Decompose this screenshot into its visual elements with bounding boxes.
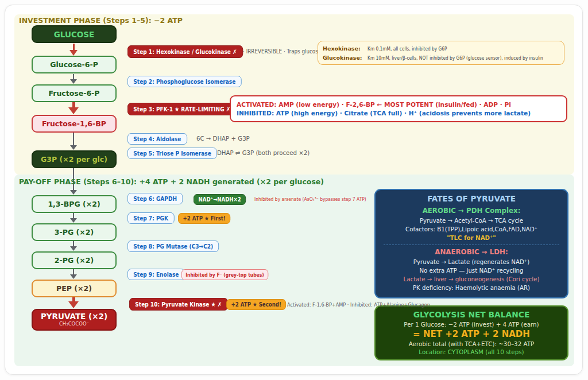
step-6-nad-badge: NAD⁺→NADH×2 bbox=[194, 194, 246, 205]
step-4-chip: Step 4: Aldolase bbox=[127, 133, 187, 145]
step-9-inhibitor-chip: Inhibited by F⁻ (grey-top tubes) bbox=[181, 269, 268, 280]
node-13-bpg: 1,3-BPG (×2) bbox=[32, 195, 117, 213]
investment-phase-title: INVESTMENT PHASE (Steps 1–5): −2 ATP bbox=[19, 16, 183, 25]
step-5-chip: Step 5: Triose P Isomerase bbox=[127, 148, 217, 159]
anaerobic-line: No extra ATP — just NAD⁺ recycling bbox=[376, 267, 567, 274]
arrow-2pg-to-pep bbox=[68, 269, 79, 279]
net-balance-per-glucose: Per 1 Glucose: −2 ATP (invest) + 4 ATP (… bbox=[376, 321, 567, 328]
fates-divider bbox=[384, 245, 559, 245]
tlc-mnemonic: "TLC for NAD⁺" bbox=[376, 235, 567, 241]
step-10-atp-badge: +2 ATP ★ Second! bbox=[226, 299, 286, 310]
arrow-f6p-to-f16bp bbox=[68, 102, 79, 114]
step-6-chip: Step 6: GAPDH bbox=[127, 193, 183, 204]
step-7-chip: Step 7: PGK bbox=[127, 212, 174, 224]
node-fructose-16-bp: Fructose-1,6-BP bbox=[32, 115, 117, 133]
step-10-note: Activated: F-1,6-BP+AMP · Inhibited: ATP… bbox=[287, 301, 430, 308]
fates-title: FATES OF PYRUVATE bbox=[376, 194, 567, 203]
step-7-atp-badge: +2 ATP ★ First! bbox=[178, 213, 230, 224]
step-10-chip: Step 10: Pyruvate Kinase ★ ✗ bbox=[129, 298, 228, 311]
step-2-chip: Step 2: Phosphoglucose Isomerase bbox=[127, 76, 242, 87]
step-5-note: DHAP ⇌ G3P (both proceed ×2) bbox=[217, 150, 310, 156]
arrow-pep-to-pyruvate bbox=[68, 297, 79, 308]
node-fructose-6-p: Fructose-6-P bbox=[32, 84, 117, 102]
kinase-info-panel: Hexokinase: Km 0.1mM, all cells, inhibit… bbox=[318, 41, 564, 65]
payoff-phase-title: PAY-OFF PHASE (Steps 6–10): +4 ATP + 2 N… bbox=[19, 177, 324, 186]
arrow-g6p-to-f6p bbox=[68, 74, 79, 84]
fates-of-pyruvate-panel: FATES OF PYRUVATE AEROBIC → PDH Complex:… bbox=[374, 189, 568, 298]
arrow-3pg-to-2pg bbox=[68, 241, 79, 251]
aerobic-heading: AEROBIC → PDH Complex: bbox=[376, 207, 567, 215]
hexokinase-label: Hexokinase: bbox=[323, 45, 368, 52]
node-pyruvate-formula: CH₃COCOO⁻ bbox=[59, 321, 89, 327]
pfk-activated-line: ACTIVATED: AMP (low energy) · F-2,6-BP ←… bbox=[237, 101, 560, 108]
arrow-glucose-to-g6p bbox=[68, 44, 79, 56]
aerobic-line: Cofactors: B1(TPP),Lipoic acid,CoA,FAD,N… bbox=[376, 226, 567, 232]
node-2-pg: 2-PG (×2) bbox=[32, 251, 117, 269]
glucokinase-detail: Km 10mM, liver/β-cells, NOT inhibited by… bbox=[368, 55, 543, 61]
pfk-inhibited-line: INHIBITED: ATP (high energy) · Citrate (… bbox=[237, 110, 560, 117]
node-pep: PEP (×2) bbox=[32, 280, 117, 297]
node-pyruvate: PYRUVATE (×2) CH₃COCOO⁻ bbox=[32, 309, 117, 331]
pk-deficiency-line: PK deficiency: Haemolytic anaemia (AR) bbox=[376, 285, 567, 291]
node-3-pg: 3-PG (×2) bbox=[32, 223, 117, 241]
hexokinase-detail: Km 0.1mM, all cells, inhibited by G6P bbox=[368, 45, 543, 52]
aerobic-line: Pyruvate → Acetyl-CoA → TCA cycle bbox=[376, 218, 567, 224]
step-3-chip: Step 3: PFK-1 ★ RATE-LIMITING ✗ bbox=[127, 103, 237, 115]
anaerobic-line: Pyruvate → Lactate (regenerates NAD⁺) bbox=[376, 259, 567, 265]
net-balance-aerobic-total: Aerobic total (with TCA+ETC): ~30–32 ATP bbox=[376, 340, 567, 347]
anaerobic-heading: ANAEROBIC → LDH: bbox=[376, 248, 567, 256]
step-6-note: Inhibited by arsenate (AsO₄³⁻ bypasses s… bbox=[254, 196, 366, 202]
arrow-13bpg-to-3pg bbox=[68, 213, 79, 223]
node-g3p: G3P (×2 per glc) bbox=[32, 150, 117, 168]
step-1-chip: Step 1: Hexokinase / Glucokinase ✗ bbox=[127, 45, 243, 58]
step-8-chip: Step 8: PG Mutase (C3→C2) bbox=[127, 241, 219, 252]
net-balance-location: Location: CYTOPLASM (all 10 steps) bbox=[376, 348, 567, 355]
node-glucose: GLUCOSE bbox=[32, 25, 117, 43]
step-4-note: 6C → DHAP + G3P bbox=[196, 135, 250, 142]
glucokinase-label: Glucokinase: bbox=[323, 55, 368, 61]
net-balance-title: GLYCOLYSIS NET BALANCE bbox=[376, 310, 567, 319]
net-balance-panel: GLYCOLYSIS NET BALANCE Per 1 Glucose: −2… bbox=[374, 305, 568, 360]
cori-cycle-line: Lactate → liver → gluconeogenesis (Cori … bbox=[376, 276, 567, 282]
step-9-chip: Step 9: Enolase bbox=[127, 269, 185, 280]
pfk-regulation-panel: ACTIVATED: AMP (low energy) · F-2,6-BP ←… bbox=[230, 95, 567, 122]
net-balance-result: = NET +2 ATP + 2 NADH bbox=[376, 329, 567, 339]
node-glucose-6-p: Glucose-6-P bbox=[32, 56, 117, 73]
arrow-f16bp-to-g3p bbox=[68, 133, 79, 150]
node-pyruvate-label: PYRUVATE (×2) bbox=[41, 312, 107, 321]
